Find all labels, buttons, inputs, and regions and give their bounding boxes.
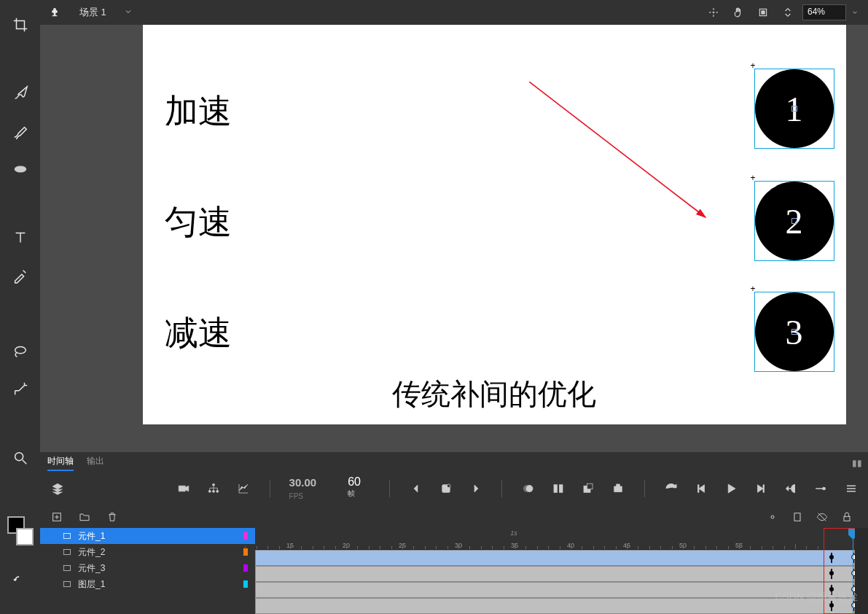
label-accelerate: 加速 <box>165 89 232 134</box>
hand-tool-icon[interactable] <box>730 4 747 21</box>
zoom-input[interactable]: 64% <box>802 4 846 20</box>
timeline-options-icon[interactable] <box>844 481 858 496</box>
marker-b-icon[interactable] <box>611 481 625 496</box>
layer-row[interactable]: 元件_2 <box>40 544 255 560</box>
lock-col-icon[interactable] <box>840 510 853 524</box>
pin-tool-icon[interactable] <box>12 305 29 322</box>
layer-name: 图层_1 <box>78 578 105 591</box>
crop-tool-icon[interactable] <box>12 16 29 34</box>
svg-point-11 <box>447 484 450 488</box>
scene-dropdown-icon[interactable] <box>124 7 133 18</box>
insert-keyframe-icon[interactable] <box>439 481 453 496</box>
layer-type-icon <box>62 579 72 589</box>
new-layer-icon[interactable] <box>50 510 63 524</box>
frame-ruler[interactable]: 1s 2s 152025303540455055 <box>255 528 868 550</box>
layer-row[interactable]: 元件_1 <box>40 528 255 544</box>
brush-tool-icon[interactable] <box>12 85 29 102</box>
left-toolbar <box>0 0 40 614</box>
svg-rect-17 <box>587 483 593 489</box>
stage-title-text: 传统补间的优化 <box>392 374 596 414</box>
delete-layer-icon[interactable] <box>106 510 119 524</box>
prev-keyframe-icon[interactable] <box>409 481 423 496</box>
outline-col-icon[interactable] <box>791 510 804 524</box>
eyedropper-tool-icon[interactable] <box>12 267 29 284</box>
zoom-tool-icon[interactable] <box>12 449 29 467</box>
text-tool-icon[interactable] <box>12 229 29 246</box>
annotation-arrow <box>529 82 711 224</box>
frame-row[interactable] <box>255 598 868 614</box>
frame-row[interactable] <box>255 582 868 598</box>
lasso-tool-icon[interactable] <box>12 343 29 360</box>
svg-line-5 <box>529 82 705 217</box>
stage-viewport[interactable]: 加速 匀速 减速 1 2 3 传统补间的优化 <box>40 25 868 452</box>
svg-rect-28 <box>63 582 70 587</box>
panel-tabs: 时间轴 输出 ▮▮ <box>40 452 868 471</box>
rewind-icon[interactable] <box>784 481 798 496</box>
symbol-instance-1[interactable]: 1 <box>754 69 834 149</box>
svg-point-6 <box>212 483 214 486</box>
layer-row[interactable]: 图层_1 <box>40 576 255 592</box>
symbol-instance-3[interactable]: 3 <box>754 292 834 372</box>
stage-canvas[interactable]: 加速 匀速 减速 1 2 3 传统补间的优化 <box>143 25 846 424</box>
svg-point-7 <box>208 490 211 492</box>
svg-rect-25 <box>63 534 70 539</box>
edit-multiple-icon[interactable] <box>552 481 566 496</box>
scene-icon <box>47 5 62 20</box>
symbol-instance-2[interactable]: 2 <box>754 181 834 261</box>
svg-point-9 <box>216 490 219 492</box>
svg-rect-14 <box>554 485 558 493</box>
onion-skin-icon[interactable] <box>521 481 535 496</box>
layer-row[interactable]: 元件_3 <box>40 560 255 576</box>
panel-collapse-icon[interactable]: ▮▮ <box>846 455 868 471</box>
zoom-stepper-icon[interactable] <box>779 4 797 21</box>
layers-menu-icon[interactable] <box>50 481 64 496</box>
center-stage-icon[interactable] <box>705 4 722 21</box>
layer-list: 元件_1元件_2元件_3图层_1 <box>40 528 255 614</box>
zoom-dropdown-icon[interactable] <box>849 4 861 20</box>
svg-rect-4 <box>761 10 765 14</box>
current-frame-display[interactable]: 60 帧 <box>348 475 370 502</box>
tab-timeline[interactable]: 时间轴 <box>47 455 74 471</box>
layer-tree-icon[interactable] <box>206 481 220 496</box>
frame-row[interactable] <box>255 550 868 566</box>
layer-name: 元件_2 <box>78 546 105 559</box>
loop-icon[interactable] <box>664 481 678 496</box>
new-folder-icon[interactable] <box>78 510 91 524</box>
svg-point-2 <box>15 453 23 461</box>
label-decelerate: 减速 <box>165 311 232 356</box>
tab-output[interactable]: 输出 <box>87 455 104 471</box>
paint-brush-tool-icon[interactable] <box>12 123 29 140</box>
timeline-line-icon[interactable] <box>814 481 828 496</box>
frame-row[interactable] <box>255 566 868 582</box>
svg-rect-23 <box>794 513 800 521</box>
layer-type-icon <box>62 563 72 573</box>
layer-type-icon <box>62 531 72 541</box>
color-swatch[interactable] <box>6 516 35 545</box>
frames-area[interactable]: 1s 2s 152025303540455055 <box>255 528 868 614</box>
marker-a-icon[interactable] <box>582 481 595 496</box>
svg-point-1 <box>15 347 26 354</box>
document-topbar: 场景 1 64% <box>40 0 868 25</box>
swap-colors-icon[interactable] <box>12 573 29 591</box>
step-back-icon[interactable] <box>694 481 708 496</box>
svg-rect-24 <box>844 516 850 521</box>
svg-rect-19 <box>617 484 620 487</box>
svg-rect-27 <box>63 566 70 571</box>
layer-name: 元件_3 <box>78 562 105 575</box>
bone-tool-icon[interactable] <box>12 381 29 398</box>
label-constant: 匀速 <box>165 200 232 245</box>
fps-display[interactable]: 30.00 FPS <box>289 476 332 501</box>
timeline-panel: 30.00 FPS 60 帧 <box>40 471 868 614</box>
next-keyframe-icon[interactable] <box>469 481 482 496</box>
step-forward-icon[interactable] <box>754 481 767 496</box>
scene-name[interactable]: 场景 1 <box>79 6 106 19</box>
ellipse-tool-icon[interactable] <box>12 160 29 178</box>
play-icon[interactable] <box>724 481 738 496</box>
clip-region-icon[interactable] <box>754 4 772 21</box>
graph-editor-icon[interactable] <box>236 481 250 496</box>
layer-name: 元件_1 <box>78 530 105 543</box>
timeline-toolbar: 30.00 FPS 60 帧 <box>40 471 868 506</box>
visibility-col-icon[interactable] <box>816 510 829 524</box>
camera-icon[interactable] <box>176 481 190 496</box>
highlight-col-icon[interactable] <box>766 510 779 524</box>
